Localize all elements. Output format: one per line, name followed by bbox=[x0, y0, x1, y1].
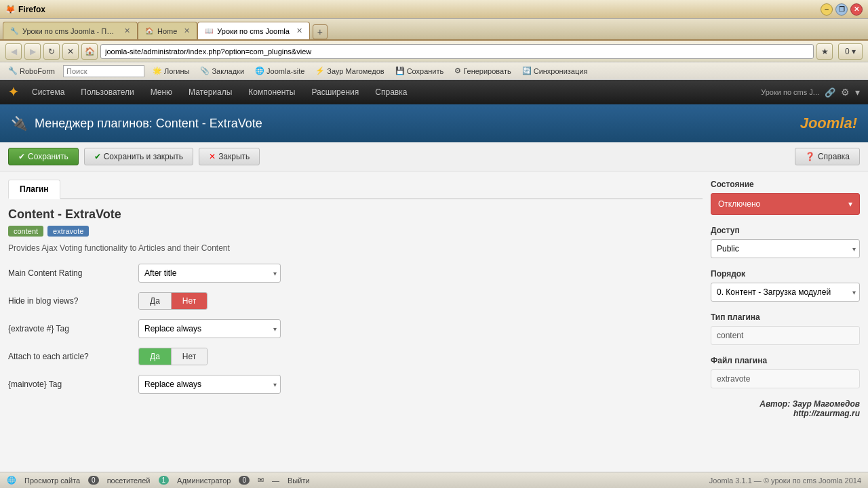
browser-title-text: Firefox bbox=[18, 5, 45, 14]
save-icon: ✔ bbox=[18, 152, 25, 161]
access-select[interactable]: Public Registered Special Guest Super Us… bbox=[711, 239, 860, 258]
bookmark-zakладки[interactable]: 📎Закладки bbox=[197, 66, 247, 76]
save-close-button[interactable]: ✔ Сохранить и закрыть bbox=[84, 148, 193, 165]
form-row-mainvote-tag: {mainvote} Tag Replace always Replace on… bbox=[8, 375, 703, 394]
label-hide-blog: Hide in blog views? bbox=[8, 296, 130, 306]
menu-help[interactable]: Справка bbox=[372, 87, 410, 97]
logout-link[interactable]: Выйти bbox=[288, 476, 310, 485]
plugin-title: Content - ExtraVote bbox=[8, 207, 703, 222]
browser-tab-2[interactable]: 🏠 Home ✕ bbox=[138, 22, 197, 39]
joomla-header: 🔌 Менеджер плагинов: Content - ExtraVote… bbox=[0, 104, 868, 142]
home-button[interactable]: 🏠 bbox=[81, 43, 98, 60]
menu-system[interactable]: Система bbox=[29, 87, 67, 97]
toggle-attach-no[interactable]: Нет bbox=[171, 348, 207, 365]
toggle-attach-yes[interactable]: Да bbox=[139, 348, 171, 365]
external-link-icon: 🔗 bbox=[825, 87, 835, 98]
search-input[interactable] bbox=[63, 65, 144, 77]
joomla-version: Joomla 3.1.1 — © уроки по cms Joomla 201… bbox=[709, 476, 861, 485]
forward-button[interactable]: ▶ bbox=[24, 43, 41, 60]
browser-tab-1[interactable]: 🔧 Уроки по cms Joomla - Панель упра... ✕ bbox=[3, 22, 138, 39]
menu-menu[interactable]: Меню bbox=[148, 87, 175, 97]
menu-users[interactable]: Пользователи bbox=[78, 87, 136, 97]
order-select[interactable]: 0. Контент - Загрузка модулей bbox=[711, 283, 860, 302]
tab-plugin[interactable]: Плагин bbox=[8, 180, 60, 199]
menu-components[interactable]: Компоненты bbox=[245, 87, 298, 97]
status-value: Отключено bbox=[718, 199, 760, 209]
bookmark-roboform[interactable]: 🔧 RoboForm bbox=[5, 66, 58, 76]
tab3-label: Уроки по cms Joomla bbox=[217, 27, 290, 35]
roboform-label: RoboForm bbox=[20, 67, 55, 75]
tag-content: content bbox=[8, 226, 43, 237]
close-button[interactable]: ✕ Закрыть bbox=[199, 148, 260, 165]
toggle-hide-blog-yes[interactable]: Да bbox=[139, 293, 172, 309]
tab3-close-icon[interactable]: ✕ bbox=[296, 26, 302, 35]
main-panel: Плагин Content - ExtraVote content extra… bbox=[8, 180, 703, 440]
select-mainvote-tag[interactable]: Replace always Replace once Never bbox=[138, 375, 281, 394]
back-button[interactable]: ◀ bbox=[5, 43, 22, 60]
status-dropdown[interactable]: Отключено ▾ bbox=[711, 193, 860, 215]
status-section: Состояние Отключено ▾ bbox=[711, 180, 860, 215]
settings-icon[interactable]: ⚙ bbox=[841, 87, 850, 98]
messages-badge: 0 bbox=[239, 476, 250, 485]
label-attach-article: Attach to each article? bbox=[8, 352, 130, 361]
close-icon: ✕ bbox=[209, 152, 216, 161]
bookmarks-bar: 🔧 RoboForm 🌟Логины 📎Закладки 🌐Joomla-sit… bbox=[0, 62, 868, 80]
author-line1: Автор: Заур Магомедов bbox=[711, 399, 860, 409]
save-button[interactable]: ✔ Сохранить bbox=[8, 148, 79, 165]
select-extravote-tag[interactable]: Replace always Replace once Never bbox=[138, 319, 281, 338]
bookmark-generate[interactable]: ⚙Генерировать bbox=[452, 66, 513, 76]
content-area: Плагин Content - ExtraVote content extra… bbox=[0, 171, 868, 448]
form-row-main-rating: Main Content Rating After title Before t… bbox=[8, 264, 703, 283]
order-select-wrapper: 0. Контент - Загрузка модулей ▾ bbox=[711, 283, 860, 302]
right-panel: Состояние Отключено ▾ Доступ Public Regi… bbox=[711, 180, 860, 440]
tab2-close-icon[interactable]: ✕ bbox=[184, 26, 190, 35]
view-site-link[interactable]: Просмотр сайта bbox=[24, 476, 80, 485]
reload-button[interactable]: ↻ bbox=[43, 43, 60, 60]
select-main-rating[interactable]: After title Before title After content B… bbox=[138, 264, 281, 283]
page-title: Менеджер плагинов: Content - ExtraVote bbox=[35, 117, 262, 131]
menu-materials[interactable]: Материалы bbox=[186, 87, 235, 97]
joomla-logo-icon: ✦ bbox=[8, 85, 18, 100]
joomla-right-controls: Уроки по cms J... 🔗 ⚙ ▾ bbox=[761, 87, 860, 98]
select-wrapper-main-rating: After title Before title After content B… bbox=[138, 264, 281, 283]
bookmark-zaur[interactable]: ⚡Заур Магомедов bbox=[313, 66, 387, 76]
label-main-rating: Main Content Rating bbox=[8, 268, 130, 278]
stop-button[interactable]: ✕ bbox=[62, 43, 79, 60]
tab1-favicon: 🔧 bbox=[10, 27, 18, 35]
menu-extensions[interactable]: Расширения bbox=[309, 87, 362, 97]
bookmark-sync[interactable]: 🔄Синхронизация bbox=[519, 66, 591, 76]
messages-icon: ✉ bbox=[258, 476, 264, 485]
bookmark-save[interactable]: 💾Сохранить bbox=[393, 66, 447, 76]
status-dropdown-arrow-icon: ▾ bbox=[848, 199, 852, 209]
save-close-icon: ✔ bbox=[94, 152, 101, 161]
admin-badge: 1 bbox=[159, 476, 170, 485]
joomla-admin: ✦ Система Пользователи Меню Материалы Ко… bbox=[0, 80, 868, 472]
minimize-button[interactable]: – bbox=[821, 3, 833, 16]
select-wrapper-mainvote-tag: Replace always Replace once Never ▾ bbox=[138, 375, 281, 394]
bookmark-loginy[interactable]: 🌟Логины bbox=[150, 66, 192, 76]
access-select-wrapper: Public Registered Special Guest Super Us… bbox=[711, 239, 860, 258]
zoom-indicator: 0 ▾ bbox=[838, 43, 863, 60]
admin-label: Администратор bbox=[177, 476, 231, 485]
address-bar[interactable] bbox=[100, 44, 814, 59]
user-icon[interactable]: ▾ bbox=[855, 87, 860, 98]
browser-logo: 🦊 bbox=[5, 5, 16, 14]
nav-bar: ◀ ▶ ↻ ✕ 🏠 ★ 0 ▾ bbox=[0, 41, 868, 62]
visitors-badge: 0 bbox=[88, 476, 99, 485]
bookmark-star-icon[interactable]: ★ bbox=[816, 43, 833, 60]
label-extravote-tag: {extravote #} Tag bbox=[8, 324, 130, 333]
restore-button[interactable]: ❐ bbox=[835, 3, 848, 16]
close-window-button[interactable]: ✕ bbox=[850, 3, 863, 16]
help-button[interactable]: ❓ Справка bbox=[795, 148, 860, 165]
tab3-favicon: 📖 bbox=[205, 27, 213, 35]
tab1-close-icon[interactable]: ✕ bbox=[124, 26, 130, 35]
browser-tab-3[interactable]: 📖 Уроки по cms Joomla ✕ bbox=[197, 22, 310, 39]
new-tab-button[interactable]: + bbox=[313, 24, 328, 39]
bookmark-joomla-site[interactable]: 🌐Joomla-site bbox=[252, 66, 307, 76]
plugin-file-label: Файл плагина bbox=[711, 356, 860, 365]
access-label: Доступ bbox=[711, 226, 860, 235]
toggle-hide-blog-no[interactable]: Нет bbox=[172, 293, 207, 309]
author-line2: http://zaurmag.ru bbox=[711, 409, 860, 418]
form-row-attach-article: Attach to each article? Да Нет bbox=[8, 348, 703, 365]
site-link[interactable]: Уроки по cms J... bbox=[761, 88, 819, 96]
